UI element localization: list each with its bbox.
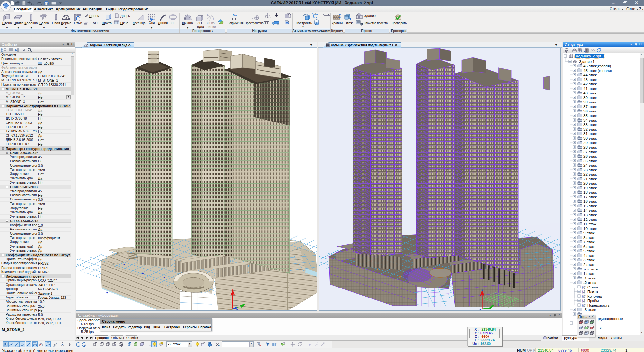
svg-text:1 этаж: 1 этаж xyxy=(583,272,595,276)
svg-text:-2 этаж: -2 этаж xyxy=(583,281,597,285)
svg-text:{: { xyxy=(582,285,583,289)
svg-text:44 этаж: 44 этаж xyxy=(583,73,597,77)
svg-text:19 этаж: 19 этаж xyxy=(583,186,597,190)
svg-text:14 этаж: 14 этаж xyxy=(583,209,597,212)
svg-text:17 этаж: 17 этаж xyxy=(583,195,597,199)
svg-text:Стена: Стена xyxy=(587,285,598,289)
svg-text:7 этаж: 7 этаж xyxy=(583,240,595,244)
svg-text:41 этаж: 41 этаж xyxy=(583,87,597,91)
svg-text:{: { xyxy=(582,294,583,298)
svg-text:№: № xyxy=(218,344,220,347)
svg-text:23 этаж: 23 этаж xyxy=(583,168,597,172)
svg-text:26 этаж: 26 этаж xyxy=(583,154,597,158)
svg-text:25 этаж: 25 этаж xyxy=(583,159,597,163)
svg-text:13 этаж: 13 этаж xyxy=(583,213,597,217)
svg-text:43 этаж: 43 этаж xyxy=(583,78,597,82)
svg-text:3 этаж: 3 этаж xyxy=(583,258,595,262)
svg-text:Плита: Плита xyxy=(587,290,598,294)
svg-text:Ходынка_2.spf: Ходынка_2.spf xyxy=(576,54,601,58)
svg-text:24 этаж: 24 этаж xyxy=(583,163,597,167)
svg-text:9 этаж: 9 этаж xyxy=(583,231,595,235)
svg-text:{: { xyxy=(582,299,583,303)
svg-text:38 этаж: 38 этаж xyxy=(583,100,597,104)
svg-text:35 этаж: 35 этаж xyxy=(583,114,597,118)
svg-text:18 этаж: 18 этаж xyxy=(583,191,597,194)
svg-text:34 этаж: 34 этаж xyxy=(583,118,597,122)
svg-text:4 этаж: 4 этаж xyxy=(583,254,595,258)
svg-text:y: y xyxy=(84,344,85,347)
svg-text:1: 1 xyxy=(213,18,214,21)
svg-text:30 этаж: 30 этаж xyxy=(583,136,597,140)
svg-text:11 этаж: 11 этаж xyxy=(583,222,596,226)
svg-text:Поверхность: Поверхность xyxy=(587,303,610,307)
svg-text:39 этаж: 39 этаж xyxy=(583,96,597,100)
svg-text:15 этаж: 15 этаж xyxy=(583,204,597,208)
svg-text:40 этаж: 40 этаж xyxy=(583,91,597,95)
svg-text:16 этаж: 16 этаж xyxy=(583,200,597,203)
svg-text:{: { xyxy=(582,303,583,307)
svg-text:20 этаж: 20 этаж xyxy=(583,181,597,185)
svg-text:№: № xyxy=(233,13,237,17)
svg-text:22 этаж: 22 этаж xyxy=(583,172,597,176)
svg-text:2 этаж: 2 этаж xyxy=(583,263,595,267)
svg-text:8 этаж: 8 этаж xyxy=(583,236,595,240)
svg-text:28 этаж: 28 этаж xyxy=(583,145,597,149)
svg-text:Здание 1: Здание 1 xyxy=(579,60,595,64)
svg-text:36 этаж: 36 этаж xyxy=(583,109,597,113)
svg-text:5 этаж: 5 этаж xyxy=(583,249,595,253)
svg-text:Колонна: Колонна xyxy=(587,294,602,298)
svg-text:21 этаж: 21 этаж xyxy=(583,177,597,181)
svg-text:27 этаж: 27 этаж xyxy=(583,150,597,154)
svg-text:29 этаж: 29 этаж xyxy=(583,141,597,145)
svg-text:32 этаж: 32 этаж xyxy=(583,127,597,131)
svg-text:и: и xyxy=(600,326,601,330)
svg-text:{: { xyxy=(582,290,583,294)
svg-text:тех.этаж: тех.этаж xyxy=(583,267,598,271)
svg-text:12 этаж: 12 этаж xyxy=(583,218,597,221)
svg-text:x: x xyxy=(78,344,80,346)
svg-text:45 этаж (кровля): 45 этаж (кровля) xyxy=(583,69,612,73)
svg-text:33 этаж: 33 этаж xyxy=(583,123,597,127)
svg-text:-3 этаж: -3 этаж xyxy=(583,308,596,312)
svg-text:10 этаж: 10 этаж xyxy=(583,227,597,230)
svg-text:6 этаж: 6 этаж xyxy=(583,245,595,249)
svg-text:Проём: Проём xyxy=(587,299,599,303)
svg-text:42 этаж: 42 этаж xyxy=(583,82,597,86)
svg-text:-1 этаж: -1 этаж xyxy=(583,276,596,280)
svg-text:31 этаж: 31 этаж xyxy=(583,132,597,136)
svg-text:1: 1 xyxy=(207,14,208,16)
svg-text:46 этаж(кровля): 46 этаж(кровля) xyxy=(583,64,611,68)
svg-text:рдинационные: рдинационные xyxy=(598,317,623,321)
svg-text:37 этаж: 37 этаж xyxy=(583,105,597,109)
